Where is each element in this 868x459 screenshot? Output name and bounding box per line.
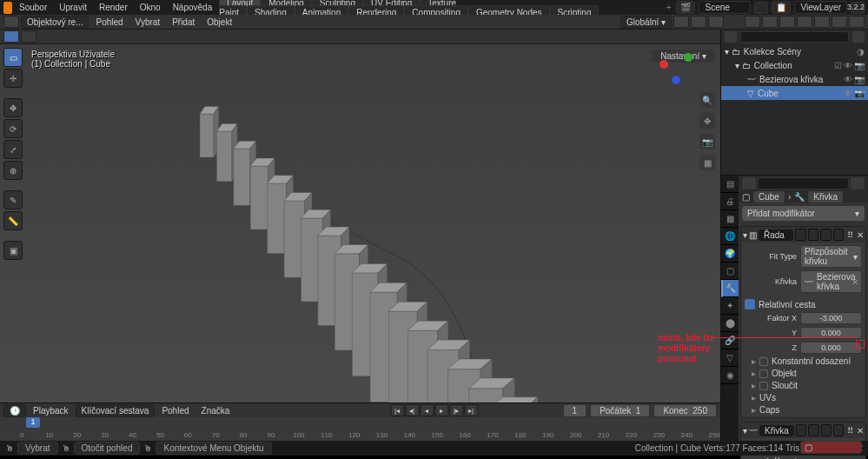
timeline-view[interactable]: Pohled bbox=[156, 404, 194, 417]
add-modifier-dropdown[interactable]: Přidat modifikátor bbox=[741, 205, 865, 222]
viewlayer-dropdown[interactable]: 📋 bbox=[772, 1, 791, 14]
menu-render[interactable]: Render bbox=[94, 1, 133, 14]
outliner-bezier-row[interactable]: 〰Bezierova křivka 👁📷 bbox=[721, 72, 868, 86]
overlay-toggle[interactable] bbox=[762, 16, 778, 28]
timeline-playback[interactable]: Playback bbox=[28, 404, 74, 417]
outliner-cube-row[interactable]: ▽Cube 👁📷 bbox=[721, 86, 868, 100]
factor-z-field[interactable]: 0.000 bbox=[800, 342, 862, 354]
mod-extras-icon[interactable]: ⠿ bbox=[847, 426, 853, 436]
modifier-expand-icon[interactable]: ▾ bbox=[743, 230, 747, 240]
proportional-button[interactable] bbox=[708, 16, 724, 28]
fit-type-dropdown[interactable]: Přizpůsobit křivku▾ bbox=[800, 245, 862, 268]
restrict-icon[interactable]: ◑ bbox=[857, 47, 865, 57]
tab-scene-icon[interactable]: 🌐 bbox=[721, 228, 739, 245]
tab-modifier-icon[interactable]: 🔧 bbox=[721, 280, 739, 297]
menu-edit[interactable]: Upravit bbox=[54, 1, 92, 14]
tab-world-icon[interactable]: 🌍 bbox=[721, 245, 739, 263]
playhead[interactable]: 1 bbox=[26, 417, 40, 428]
scene-dropdown[interactable]: 🎬 bbox=[676, 1, 695, 14]
object-offset-checkbox[interactable] bbox=[759, 369, 768, 378]
menu-window[interactable]: Okno bbox=[135, 1, 166, 14]
end-frame-field[interactable]: Konec 250 bbox=[653, 404, 717, 417]
tab-data-icon[interactable]: ▽ bbox=[721, 349, 739, 367]
tab-material-icon[interactable]: ◉ bbox=[721, 367, 739, 384]
shading-wireframe[interactable] bbox=[797, 16, 812, 28]
editor-type-icon[interactable] bbox=[3, 16, 19, 28]
mod-edit-toggle[interactable] bbox=[808, 424, 818, 436]
tab-particles-icon[interactable]: ✦ bbox=[721, 297, 739, 315]
header-select[interactable]: Vybrat bbox=[130, 16, 166, 29]
mod-edit-toggle[interactable] bbox=[808, 229, 819, 241]
mod-realtime-toggle[interactable] bbox=[795, 229, 806, 241]
mod-delete-button[interactable]: ✕ bbox=[857, 230, 864, 240]
props-options-icon[interactable] bbox=[851, 177, 865, 190]
curve-object-field[interactable]: 〰Bezierova křivka✕ bbox=[800, 270, 862, 293]
timeline-marker[interactable]: Značka bbox=[196, 404, 235, 417]
props-editor-icon[interactable] bbox=[742, 177, 756, 190]
props-search[interactable] bbox=[758, 177, 849, 190]
mod-cage-toggle[interactable] bbox=[833, 424, 844, 436]
select-box-icon[interactable] bbox=[3, 30, 19, 43]
tab-physics-icon[interactable]: ⬤ bbox=[721, 315, 739, 332]
mod-realtime-toggle[interactable] bbox=[796, 424, 806, 436]
relative-offset-checkbox[interactable] bbox=[745, 299, 755, 309]
factor-x-field[interactable]: -3.000 bbox=[800, 312, 862, 324]
modifier-name-field[interactable]: Křivka bbox=[759, 425, 794, 436]
modifier-expand-icon[interactable]: ▾ bbox=[743, 426, 747, 436]
jump-end-button[interactable]: ▸| bbox=[464, 404, 478, 416]
outliner-mode-icon[interactable] bbox=[725, 31, 737, 43]
xray-toggle[interactable] bbox=[779, 16, 795, 28]
mod-cage-toggle[interactable] bbox=[833, 229, 845, 241]
start-frame-field[interactable]: Počátek 1 bbox=[590, 404, 650, 417]
header-view[interactable]: Pohled bbox=[90, 16, 128, 29]
timeline-track[interactable]: 1 01020304050607080901001101201301401501… bbox=[0, 417, 720, 441]
scene-field[interactable]: Scene bbox=[699, 1, 751, 14]
curve-object-field[interactable]: ▢ bbox=[800, 441, 862, 454]
outliner-collection-row[interactable]: ▾ 🗀Collection ☑👁📷 bbox=[721, 58, 868, 72]
mod-render-toggle[interactable] bbox=[820, 229, 832, 241]
snap-button[interactable] bbox=[691, 16, 706, 28]
tab-viewlayer-icon[interactable]: ▦ bbox=[721, 210, 739, 228]
header-object[interactable]: Objekt bbox=[202, 16, 237, 29]
menu-help[interactable]: Nápověda bbox=[168, 1, 218, 14]
merge-checkbox[interactable] bbox=[759, 382, 768, 390]
cursor-icon[interactable] bbox=[21, 30, 36, 43]
annotation-text: místo, kde lzemodifikátoryposouvat bbox=[658, 333, 715, 364]
timeline-keying[interactable]: Klíčovací sestava bbox=[76, 404, 156, 417]
timeline-editor-icon[interactable]: 🕒 bbox=[3, 404, 26, 417]
outliner-search[interactable] bbox=[740, 31, 849, 43]
play-button[interactable]: ▸ bbox=[434, 404, 448, 416]
keyframe-next-button[interactable]: |▸ bbox=[449, 404, 463, 416]
mode-dropdown[interactable]: Objektový re... bbox=[21, 16, 89, 29]
jump-start-button[interactable]: |◂ bbox=[390, 404, 404, 416]
tab-constraints-icon[interactable]: 🔗 bbox=[721, 332, 739, 349]
tab-render-icon[interactable]: ▤ bbox=[721, 176, 739, 193]
shading-material[interactable] bbox=[832, 16, 847, 28]
mod-render-toggle[interactable] bbox=[821, 424, 832, 436]
outliner[interactable]: ▾ 🗀Kolekce Scény ◑ ▾ 🗀Collection ☑👁📷 〰Be… bbox=[721, 44, 868, 175]
tab-output-icon[interactable]: 🖨 bbox=[721, 193, 739, 210]
outliner-scene-row[interactable]: ▾ 🗀Kolekce Scény ◑ bbox=[721, 44, 868, 58]
keyframe-prev-button[interactable]: ◂| bbox=[405, 404, 419, 416]
menu-file[interactable]: Soubor bbox=[14, 1, 52, 14]
3d-viewport[interactable]: Nastavení ▾ Perspektiva Uživatele (1) Co… bbox=[0, 44, 720, 402]
current-frame-field[interactable]: 1 bbox=[563, 404, 587, 417]
viewlayer-field[interactable]: ViewLayer bbox=[794, 1, 847, 14]
add-workspace-button[interactable]: + bbox=[663, 3, 675, 12]
collection-toggle[interactable]: ☑ bbox=[834, 61, 842, 70]
shading-solid[interactable] bbox=[814, 16, 830, 28]
pivot-button[interactable] bbox=[673, 16, 689, 28]
outliner-filter-icon[interactable] bbox=[852, 31, 865, 43]
new-scene-button[interactable] bbox=[754, 2, 768, 14]
mod-delete-button[interactable]: ✕ bbox=[857, 426, 864, 436]
shading-rendered[interactable] bbox=[849, 16, 865, 28]
const-offset-checkbox[interactable] bbox=[759, 357, 768, 366]
header-add[interactable]: Přidat bbox=[167, 16, 200, 29]
tab-object-icon[interactable]: ▢ bbox=[721, 263, 739, 280]
play-rev-button[interactable]: ◂ bbox=[420, 404, 434, 416]
orientation-dropdown[interactable]: Globální ▾ bbox=[620, 16, 672, 29]
mod-extras-icon[interactable]: ⠿ bbox=[847, 230, 853, 240]
modifier-name-field[interactable]: Řada bbox=[759, 230, 793, 241]
timeline-tick: 190 bbox=[542, 431, 553, 439]
gizmo-toggle[interactable] bbox=[745, 16, 760, 28]
